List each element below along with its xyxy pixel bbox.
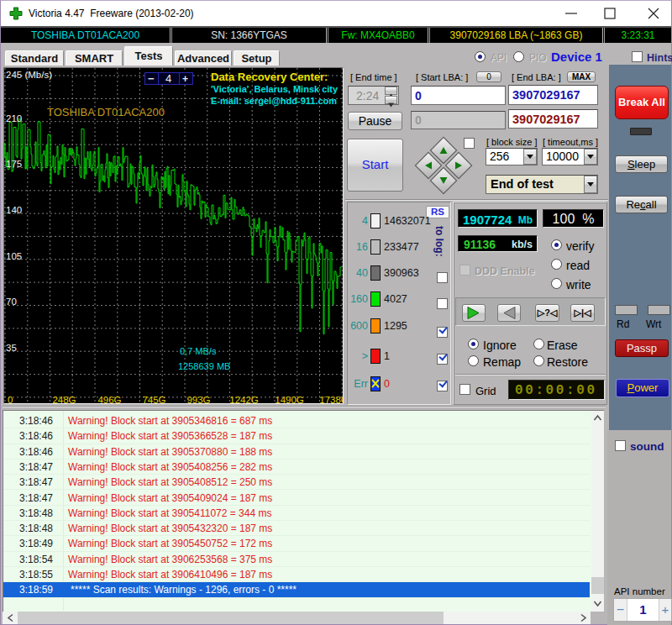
svg-text:993G: 993G	[186, 395, 210, 403]
svg-text:105: 105	[6, 251, 22, 261]
svg-text:4: 4	[165, 72, 171, 85]
svg-text:TOSHIBA DT01ACA200: TOSHIBA DT01ACA200	[47, 106, 165, 118]
svg-text:175: 175	[6, 159, 22, 169]
svg-text:1490G: 1490G	[275, 395, 304, 403]
svg-text:Data Recovery Center:: Data Recovery Center:	[211, 71, 328, 83]
svg-text:140: 140	[6, 205, 22, 215]
svg-text:1738G: 1738G	[319, 395, 343, 403]
svg-text:+: +	[182, 73, 188, 85]
svg-text:245 (Mb/s): 245 (Mb/s)	[6, 70, 52, 80]
svg-text:496G: 496G	[97, 395, 121, 403]
svg-text:−: −	[148, 72, 155, 85]
svg-text:210: 210	[6, 113, 22, 123]
svg-text:1242G: 1242G	[229, 395, 259, 403]
svg-text:248G: 248G	[52, 395, 76, 403]
svg-text:35: 35	[6, 343, 17, 353]
svg-text:'Victoria', Belarus, Minsk cit: 'Victoria', Belarus, Minsk city	[211, 84, 339, 94]
svg-text:0,7 MB/s: 0,7 MB/s	[180, 346, 217, 356]
svg-text:E-mail: sergei@hdd-911.com: E-mail: sergei@hdd-911.com	[211, 96, 337, 106]
svg-text:70: 70	[6, 297, 17, 307]
svg-text:745G: 745G	[142, 395, 165, 403]
svg-text:0: 0	[8, 395, 13, 403]
svg-text:1258639 MB: 1258639 MB	[178, 361, 230, 371]
